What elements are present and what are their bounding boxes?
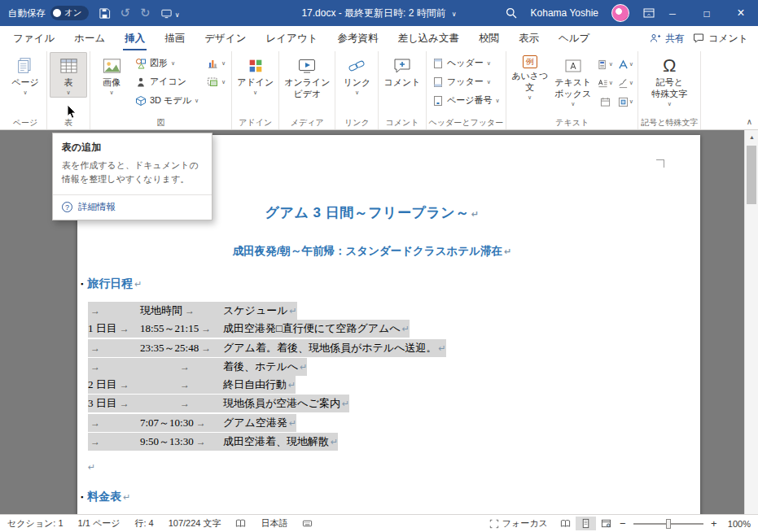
- user-name[interactable]: Kohama Yoshie: [531, 7, 598, 19]
- addins-button[interactable]: アドイン: [234, 52, 276, 98]
- wordart-icon: [618, 59, 629, 70]
- zoom-out-button[interactable]: [616, 517, 629, 530]
- quick-parts-icon: [598, 59, 608, 70]
- zoom-slider-thumb[interactable]: [666, 519, 671, 529]
- screenshot-button[interactable]: [204, 72, 229, 91]
- 3d-model-icon: [135, 95, 147, 107]
- redo-button[interactable]: [140, 6, 151, 20]
- tab-file[interactable]: ファイル: [3, 26, 64, 50]
- print-layout-button[interactable]: [576, 517, 596, 530]
- word-count-indicator[interactable]: 107/224 文字: [161, 517, 229, 530]
- bullet-icon: ▪: [81, 280, 83, 288]
- line-indicator[interactable]: 行: 4: [127, 517, 160, 530]
- input-mode-indicator[interactable]: [295, 518, 320, 529]
- ribbon-group-illustrations: 画像 図形 アイコン: [90, 51, 232, 129]
- signature-line-button[interactable]: [616, 74, 635, 92]
- itinerary-table[interactable]: →現地時間→スケジュール↵ 1 日目→18:55～21:15→成田空港発□直行便…: [88, 301, 446, 451]
- footer-button[interactable]: フッター: [429, 72, 503, 91]
- scrollbar-thumb[interactable]: [747, 146, 756, 204]
- maximize-button[interactable]: [690, 0, 724, 26]
- document-title[interactable]: 17.docx - 最終更新日時: 2 時間前: [301, 0, 456, 26]
- textbox-button[interactable]: テキスト ボックス: [552, 52, 594, 109]
- ribbon-display-options-button[interactable]: [642, 7, 655, 20]
- chevron-down-icon: [487, 59, 491, 67]
- undo-button[interactable]: [120, 6, 131, 20]
- quick-parts-button[interactable]: [595, 55, 615, 73]
- online-video-button[interactable]: オンライン ビデオ: [282, 52, 332, 101]
- margin-corner-mark: [656, 159, 664, 168]
- zoom-in-button[interactable]: [708, 517, 721, 530]
- empty-paragraph: ↵: [88, 459, 95, 473]
- textbox-label: テキスト ボックス: [554, 77, 591, 100]
- page-indicator[interactable]: 1/1 ページ: [71, 517, 128, 530]
- new-comment-button[interactable]: コメント: [381, 52, 423, 89]
- zoom-slider[interactable]: [633, 523, 703, 525]
- table-button-label: 表: [64, 77, 73, 89]
- avatar[interactable]: [611, 4, 629, 22]
- tab-draw[interactable]: 描画: [155, 26, 195, 50]
- web-layout-button[interactable]: [596, 517, 616, 530]
- signature-icon: [618, 78, 629, 89]
- search-button[interactable]: [505, 7, 518, 20]
- autosave-state: オン: [64, 7, 82, 19]
- greeting-icon: 例: [523, 55, 537, 68]
- collapse-ribbon-button[interactable]: [747, 115, 752, 127]
- tab-mailings[interactable]: 差し込み文書: [388, 26, 469, 50]
- comments-button[interactable]: コメント: [693, 32, 748, 46]
- new-comment-icon: [392, 55, 412, 76]
- proofing-status[interactable]: [228, 518, 253, 529]
- section-indicator[interactable]: セクション: 1: [0, 517, 71, 530]
- table-button[interactable]: 表: [50, 52, 87, 98]
- chevron-down-icon: [221, 78, 226, 85]
- tab-references[interactable]: 参考資料: [327, 26, 388, 50]
- header-button[interactable]: ヘッダー: [429, 54, 503, 72]
- tab-layout[interactable]: レイアウト: [256, 26, 327, 50]
- autosave-toggle[interactable]: 自動保存 オン: [8, 6, 89, 20]
- zoom-level[interactable]: 100%: [721, 519, 758, 529]
- chart-button[interactable]: [204, 54, 229, 72]
- paragraph-mark: ↵: [471, 209, 480, 219]
- read-mode-button[interactable]: [555, 517, 576, 530]
- tab-mark: →: [196, 417, 206, 429]
- tab-home[interactable]: ホーム: [64, 26, 115, 50]
- icons-button[interactable]: アイコン: [132, 72, 202, 91]
- new-comment-label: コメント: [383, 77, 420, 89]
- greeting-button[interactable]: 例 あいさつ 文: [509, 52, 550, 102]
- symbol-button[interactable]: Ω 記号と 特殊文字: [649, 52, 690, 109]
- tab-help[interactable]: ヘルプ: [549, 26, 599, 50]
- page-number-button[interactable]: ページ番号: [429, 91, 503, 110]
- save-button[interactable]: [99, 7, 111, 20]
- 3d-models-button[interactable]: 3D モデル: [132, 91, 202, 110]
- date-time-button[interactable]: [595, 93, 615, 111]
- language-indicator[interactable]: 日本語: [253, 517, 295, 530]
- page-number-label: ページ番号: [447, 94, 493, 107]
- online-video-label: オンライン ビデオ: [284, 77, 330, 100]
- vertical-scrollbar[interactable]: [744, 130, 758, 514]
- focus-button[interactable]: フォーカス: [482, 517, 555, 530]
- 3d-models-label: 3D モデル: [150, 94, 191, 107]
- pages-button[interactable]: ページ: [7, 52, 44, 98]
- share-button[interactable]: 共有: [650, 32, 685, 46]
- ribbon-group-text: 例 あいさつ 文 テキスト ボックス: [506, 51, 638, 129]
- tab-design[interactable]: デザイン: [195, 26, 256, 50]
- customize-quick-access-button[interactable]: [160, 7, 180, 20]
- greeting-label: あいさつ 文: [511, 71, 548, 94]
- wordart-button[interactable]: [616, 55, 635, 73]
- pictures-button[interactable]: 画像: [93, 52, 130, 98]
- itinerary-heading-text: 旅行日程: [87, 277, 133, 291]
- scroll-up-button[interactable]: [745, 130, 758, 144]
- tooltip-help-link[interactable]: 詳細情報: [53, 195, 212, 220]
- tab-mark: →: [90, 436, 100, 447]
- link-button[interactable]: リンク: [338, 52, 375, 98]
- dropcap-button[interactable]: [595, 74, 615, 92]
- tab-review[interactable]: 校閲: [469, 26, 509, 50]
- minimize-button[interactable]: [655, 0, 690, 26]
- shapes-button[interactable]: 図形: [132, 54, 202, 72]
- close-button[interactable]: [724, 0, 758, 26]
- ribbon-group-comments: コメント コメント: [379, 51, 426, 129]
- shapes-label: 図形: [150, 57, 168, 69]
- tab-view[interactable]: 表示: [509, 26, 549, 50]
- bullet-icon: ▪: [81, 493, 83, 501]
- tab-insert[interactable]: 挿入: [115, 26, 155, 50]
- object-button[interactable]: [616, 93, 635, 111]
